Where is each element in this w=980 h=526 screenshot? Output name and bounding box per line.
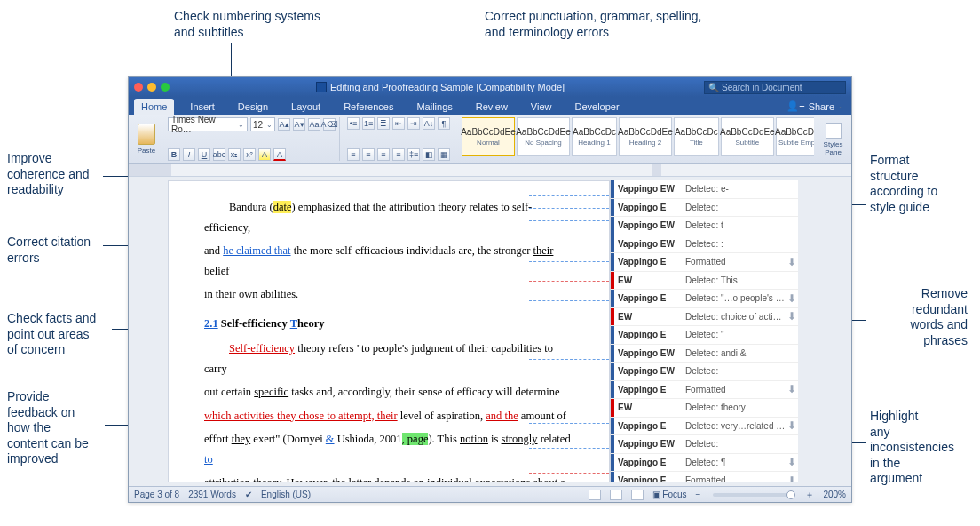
shrink-font-button[interactable]: A▾	[293, 118, 305, 131]
tab-insert[interactable]: Insert	[183, 99, 222, 115]
align-right-button[interactable]: ≡	[377, 148, 390, 161]
revision-row[interactable]: Vappingo EDeleted: "	[611, 326, 798, 345]
revision-row[interactable]: EWDeleted: choice of activities⬇	[611, 308, 798, 327]
revision-row[interactable]: Vappingo EDeleted:	[611, 199, 798, 218]
annotation-coherence: Improve coherence and readability	[7, 151, 90, 198]
zoom-out-button[interactable]: −	[696, 490, 701, 499]
expand-arrow-icon[interactable]: ⬇	[786, 456, 798, 468]
revision-row[interactable]: Vappingo EWDeleted:	[611, 363, 798, 381]
align-left-button[interactable]: ≡	[347, 148, 360, 161]
revision-row[interactable]: Vappingo EDeleted: "…o people's judgment…	[611, 290, 798, 308]
grow-font-button[interactable]: A▴	[278, 118, 290, 131]
section-number: 2.1	[204, 317, 218, 330]
revision-row[interactable]: EWDeleted: theory	[611, 399, 798, 418]
revision-row[interactable]: Vappingo EWDeleted: :	[611, 235, 798, 254]
expand-arrow-icon[interactable]: ⬇	[786, 292, 798, 305]
tab-home[interactable]: Home	[134, 99, 174, 115]
bold-button[interactable]: B	[168, 148, 180, 161]
search-input[interactable]: 🔍 Search in Document	[704, 81, 846, 94]
zoom-icon[interactable]	[161, 83, 170, 92]
italic-button[interactable]: I	[183, 148, 195, 161]
zoom-level[interactable]: 200%	[823, 490, 846, 499]
expand-arrow-icon[interactable]: ⬇	[786, 310, 798, 323]
paragraph-group: •≡ 1≡ ≣ ⇤ ⇥ A↓ ¶ ≡ ≡ ≡ ≡ ‡≡ ◧ ▦	[344, 117, 454, 161]
style-tile-heading-1[interactable]: AaBbCcDcHeading 1	[572, 117, 617, 156]
revision-row[interactable]: EWDeleted: This	[611, 272, 798, 291]
zoom-slider[interactable]	[713, 493, 793, 497]
tab-mailings[interactable]: Mailings	[409, 99, 459, 115]
revision-row[interactable]: Vappingo EFormatted⬇	[611, 472, 798, 482]
tab-layout[interactable]: Layout	[284, 99, 328, 115]
style-tile-heading-2[interactable]: AaBbCcDdEeHeading 2	[619, 117, 672, 156]
revision-row[interactable]: Vappingo EWDeleted: e-	[611, 180, 798, 199]
sort-button[interactable]: A↓	[423, 117, 435, 130]
revision-row[interactable]: Vappingo EWDeleted: andi &	[611, 345, 798, 363]
annotation-format: Format structure according to style guid…	[870, 153, 937, 215]
font-color-button[interactable]: A	[273, 148, 286, 161]
tab-review[interactable]: Review	[469, 99, 515, 115]
revision-row[interactable]: Vappingo EDeleted: very…related toin con…	[611, 418, 798, 436]
subscript-button[interactable]: x₂	[228, 148, 241, 161]
revisions-pane[interactable]: Vappingo EWDeleted: e-Vappingo EDeleted:…	[610, 180, 798, 482]
share-button[interactable]: 👤+Share⌄	[779, 98, 851, 115]
minimize-icon[interactable]	[147, 83, 156, 92]
window-controls[interactable]	[134, 83, 170, 92]
expand-arrow-icon[interactable]: ⬇	[786, 419, 798, 432]
expand-arrow-icon[interactable]: ⬇	[786, 474, 798, 482]
word-count[interactable]: 2391 Words	[188, 490, 236, 499]
outdent-button[interactable]: ⇤	[392, 117, 405, 130]
font-size-select[interactable]: 12⌄	[250, 117, 275, 132]
style-tile-normal[interactable]: AaBbCcDdEeNormal	[462, 117, 515, 156]
spellcheck-icon[interactable]: ✔	[245, 490, 252, 499]
revision-row[interactable]: Vappingo EWDeleted: t	[611, 217, 798, 235]
line-spacing-button[interactable]: ‡≡	[407, 148, 420, 161]
document-title: Editing and Proofreading Sample [Compati…	[177, 82, 704, 92]
language-indicator[interactable]: English (US)	[261, 490, 311, 499]
revision-row[interactable]: Vappingo EFormatted⬇	[611, 253, 798, 272]
bullets-button[interactable]: •≡	[347, 117, 360, 130]
strike-button[interactable]: abc	[213, 148, 225, 161]
web-layout-button[interactable]	[631, 490, 644, 500]
align-center-button[interactable]: ≡	[362, 148, 375, 161]
paste-button[interactable]: Paste	[132, 117, 161, 161]
expand-arrow-icon[interactable]: ⬇	[786, 256, 798, 268]
justify-button[interactable]: ≡	[392, 148, 405, 161]
focus-button[interactable]: ▣ Focus	[652, 490, 687, 499]
clipboard-icon	[138, 124, 155, 145]
document-page[interactable]: Bandura (date) emphasized that the attri…	[168, 180, 610, 482]
annotation-facts: Check facts and point out areas of conce…	[7, 311, 96, 358]
borders-button[interactable]: ▦	[438, 148, 450, 161]
shading-button[interactable]: ◧	[423, 148, 435, 161]
style-tile-no-spacing[interactable]: AaBbCcDdEeNo Spacing	[517, 117, 570, 156]
read-mode-button[interactable]	[589, 490, 601, 500]
zoom-in-button[interactable]: ＋	[805, 489, 814, 501]
superscript-button[interactable]: x²	[243, 148, 256, 161]
annotation-redundant: Remove redundant words and phrases	[870, 286, 968, 348]
tab-references[interactable]: References	[336, 99, 400, 115]
revision-row[interactable]: Vappingo EFormatted⬇	[611, 381, 798, 400]
indent-button[interactable]: ⇥	[407, 117, 420, 130]
revision-row[interactable]: Vappingo EWDeleted:	[611, 435, 798, 454]
tab-view[interactable]: View	[524, 99, 559, 115]
style-tile-title[interactable]: AaBbCcDcTitle	[674, 117, 719, 156]
change-case-button[interactable]: Aa	[308, 118, 320, 131]
paragraph-marks-button[interactable]: ¶	[438, 117, 450, 130]
close-icon[interactable]	[134, 83, 143, 92]
tab-developer[interactable]: Developer	[568, 99, 627, 115]
style-tile-subtle-emph-[interactable]: AaBbCcDdEeSubtle Emph…	[776, 117, 814, 156]
numbering-button[interactable]: 1≡	[362, 117, 375, 130]
clear-format-button[interactable]: A⌫	[323, 118, 336, 131]
annotation-errors: Correct punctuation, grammar, spelling, …	[485, 9, 701, 40]
expand-arrow-icon[interactable]: ⬇	[786, 383, 798, 395]
page-indicator[interactable]: Page 3 of 8	[134, 490, 179, 499]
highlight-button[interactable]: A	[258, 148, 271, 161]
multilevel-button[interactable]: ≣	[377, 117, 390, 130]
underline-button[interactable]: U	[198, 148, 210, 161]
font-name-select[interactable]: Times New Ro…⌄	[168, 117, 248, 132]
print-layout-button[interactable]	[610, 490, 622, 500]
horizontal-ruler[interactable]	[129, 164, 851, 177]
revision-row[interactable]: Vappingo EDeleted: ¶⬇	[611, 454, 798, 473]
tab-design[interactable]: Design	[231, 99, 275, 115]
styles-pane-button[interactable]: Styles Pane	[818, 117, 848, 161]
style-tile-subtitle[interactable]: AaBbCcDdEeSubtitle	[721, 117, 774, 156]
